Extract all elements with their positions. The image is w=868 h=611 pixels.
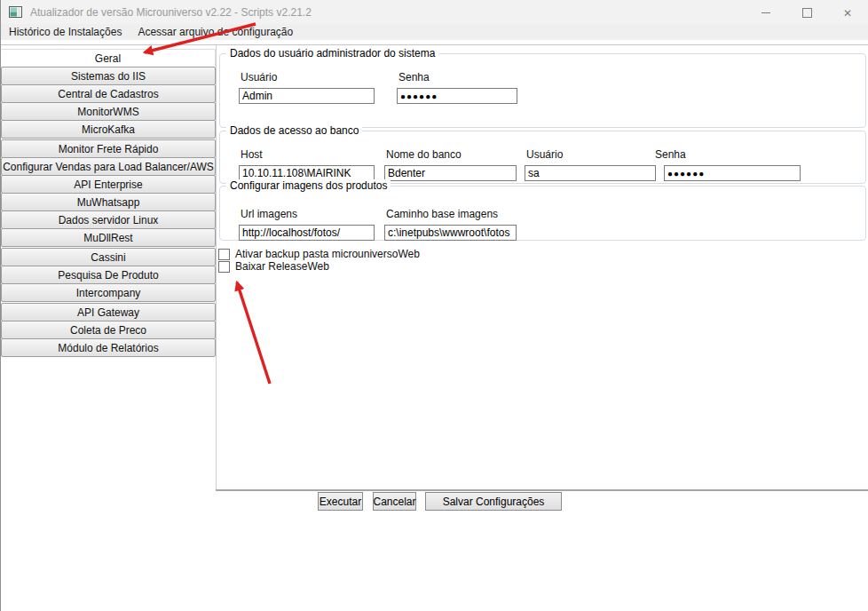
admin-password-input[interactable] [397,88,517,104]
checkbox-baixar-releaseweb[interactable] [218,261,230,273]
window-title: Atualizador de versão Microuniverso v2.2… [30,6,312,19]
checkbox-baixar-releaseweb-label: Baixar ReleaseWeb [235,260,329,273]
close-icon: ✕ [843,8,852,19]
content-panel-left-border [216,45,217,490]
sidebar-item-microkafka[interactable]: MicroKafka [1,120,216,139]
sidebar-item-dados-servidor-linux[interactable]: Dados servidor Linux [1,210,216,229]
db-user-input[interactable] [525,165,656,181]
maximize-icon [802,8,812,18]
images-url-label: Url imagens [241,208,297,220]
sidebar-item-configurar-vendas-load-balancer-aws[interactable]: Configurar Vendas para Load Balancer/AWS [1,157,216,176]
admin-user-input[interactable] [239,88,375,104]
checkbox-ativar-backup-label: Ativar backup pasta microuniversoWeb [235,248,420,260]
sidebar-item-monitor-frete-rapido[interactable]: Monitor Frete Rápido [1,139,216,158]
sidebar-item-sistemas-do-iis[interactable]: Sistemas do IIS [1,67,216,85]
menu-item-historico-instalacoes[interactable]: Histórico de Instalações [1,24,130,40]
images-url-input[interactable] [239,225,375,241]
sidebar-item-central-de-cadastros[interactable]: Central de Cadastros [1,84,216,103]
groupbox-product-images-title: Configurar imagens dos produtos [226,179,391,192]
checkbox-ativar-backup[interactable] [218,249,230,260]
groupbox-database-title: Dados de acesso ao banco [226,124,362,137]
admin-user-label: Usuário [241,71,277,83]
menu-item-acessar-arquivo-configuracao[interactable]: Acessar arquivo de configuração [130,24,301,40]
sidebar-item-coleta-de-preco[interactable]: Coleta de Preco [1,321,216,339]
annotation-arrow-baixar-releaseweb [237,282,270,384]
save-config-button[interactable]: Salvar Configurações [425,492,562,511]
sidebar-item-intercompany[interactable]: Intercompany [1,283,216,302]
sidebar-item-modulo-de-relatorios[interactable]: Módulo de Relatórios [1,338,216,357]
sidebar-item-mudllrest[interactable]: MuDllRest [1,228,216,247]
images-path-label: Caminho base imagens [386,208,498,220]
db-name-label: Nome do banco [386,148,462,161]
sidebar-item-pesquisa-de-produto[interactable]: Pesquisa De Produto [1,266,216,284]
close-button[interactable]: ✕ [827,0,868,26]
menu-separator [1,44,868,45]
menubar: Histórico de Instalações Acessar arquivo… [1,24,868,40]
window-controls: ✕ [746,0,868,26]
images-path-input[interactable] [384,225,517,241]
db-password-label: Senha [655,148,686,161]
sidebar-item-geral[interactable]: Geral [1,49,216,67]
sidebar-item-api-gateway[interactable]: API Gateway [1,303,216,321]
app-window: Atualizador de versão Microuniverso v2.2… [0,0,868,611]
window-titlebar: Atualizador de versão Microuniverso v2.2… [1,0,868,24]
maximize-button[interactable] [786,0,827,26]
sidebar-item-api-enterprise[interactable]: API Enterprise [1,175,216,194]
db-name-input[interactable] [384,165,517,181]
sidebar-item-monitorwms[interactable]: MonitorWMS [1,102,216,121]
admin-password-label: Senha [398,71,430,83]
minimize-button[interactable] [746,0,786,26]
db-host-label: Host [241,148,263,161]
db-password-input[interactable] [664,165,801,181]
minimize-icon [761,12,770,13]
checkbox-row-ativar-backup: Ativar backup pasta microuniversoWeb [218,248,420,260]
checkbox-row-baixar-releaseweb: Baixar ReleaseWeb [218,260,329,273]
sidebar-item-cassini[interactable]: Cassini [1,248,216,266]
db-user-label: Usuário [526,148,563,161]
cancel-button[interactable]: Cancelar [373,492,416,511]
sidebar-item-muwhatsapp[interactable]: MuWhatsapp [1,193,216,211]
groupbox-admin-user-title: Dados do usuário administrador do sistem… [226,47,438,60]
execute-button[interactable]: Executar [318,492,363,511]
app-icon [9,6,22,18]
content-panel-bottom-border [216,489,868,491]
